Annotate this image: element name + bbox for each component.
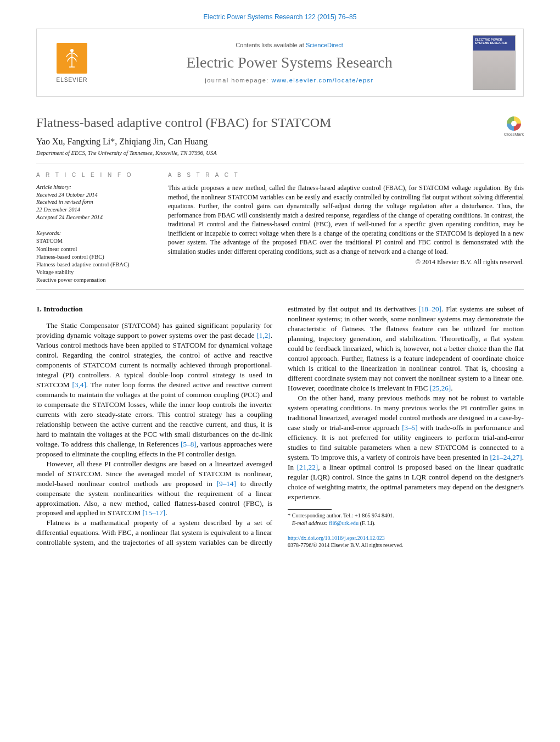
divider <box>36 289 524 290</box>
citation-link[interactable]: [18–20] <box>418 305 441 313</box>
doi-link[interactable]: http://dx.doi.org/10.1016/j.epsr.2014.12… <box>288 535 385 541</box>
elsevier-logo: ELSEVIER <box>44 35 99 90</box>
cover-title: ELECTRIC POWER SYSTEMS RESEARCH <box>473 36 515 44</box>
article-body: 1. Introduction The Static Compensator (… <box>36 304 524 549</box>
homepage-link[interactable]: www.elsevier.com/locate/epsr <box>271 77 373 83</box>
citation-link[interactable]: [1,2] <box>256 331 270 339</box>
citation-link[interactable]: [9–14] <box>217 479 236 488</box>
citation-link[interactable]: [3–5] <box>402 423 418 432</box>
abstract-text: This article proposes a new method, call… <box>168 183 524 256</box>
divider <box>36 164 524 164</box>
citation-link[interactable]: [5–8] <box>181 440 197 448</box>
journal-name: Electric Power Systems Research <box>106 54 473 71</box>
crossmark-badge[interactable]: CrossMark <box>504 116 524 137</box>
article-title: Flatness-based adaptive control (FBAC) f… <box>36 115 524 130</box>
citation-link[interactable]: [21,22] <box>297 463 318 471</box>
text-run: . <box>451 384 452 392</box>
history-revised-2: 22 December 2014 <box>36 207 80 213</box>
keyword: Voltage stability <box>36 269 74 275</box>
keyword: Nonlinear control <box>36 246 77 252</box>
doi-block: http://dx.doi.org/10.1016/j.epsr.2014.12… <box>288 534 524 549</box>
text-run: The Static Compensator (STATCOM) has gai… <box>36 321 272 339</box>
text-run: . The outer loop forms the desired activ… <box>36 381 272 448</box>
text-run: , a linear optimal control is proposed b… <box>288 463 524 501</box>
footnote-rule <box>288 509 332 510</box>
citation-link[interactable]: [25,26] <box>430 384 451 392</box>
journal-homepage-line: journal homepage: www.elsevier.com/locat… <box>106 77 473 83</box>
history-label: Article history: <box>36 184 71 190</box>
keywords-block: Keywords: STATCOM Nonlinear control Flat… <box>36 230 153 284</box>
sciencedirect-link[interactable]: ScienceDirect <box>306 42 343 48</box>
abstract-heading: A B S T R A C T <box>168 172 524 178</box>
author-list: Yao Xu, Fangxing Li*, Zhiqiang Jin, Can … <box>36 137 524 147</box>
section-heading-introduction: 1. Introduction <box>36 304 272 314</box>
paragraph: On the other hand, many previous methods… <box>288 393 524 501</box>
crossmark-icon <box>507 116 521 131</box>
abstract-copyright: © 2014 Elsevier B.V. All rights reserved… <box>168 258 524 266</box>
homepage-prefix: journal homepage: <box>205 77 271 83</box>
email-label: E-mail address: <box>292 520 329 526</box>
footnote-text: Corresponding author. Tel.: +1 865 974 8… <box>292 512 394 518</box>
elsevier-tree-icon <box>57 43 87 74</box>
authors-before-star: Yao Xu, Fangxing Li <box>36 137 110 146</box>
footnote-marker: * <box>288 512 292 518</box>
top-citation: Electric Power Systems Research 122 (201… <box>0 0 560 29</box>
paragraph: The Static Compensator (STATCOM) has gai… <box>36 321 272 459</box>
crossmark-label: CrossMark <box>504 132 524 137</box>
keywords-label: Keywords: <box>36 230 61 236</box>
svg-point-0 <box>70 49 74 52</box>
affiliation: Department of EECS, The University of Te… <box>36 150 524 156</box>
citation-link[interactable]: [15–17] <box>142 509 165 517</box>
text-run: . <box>165 509 167 517</box>
journal-cover-thumbnail: ELECTRIC POWER SYSTEMS RESEARCH <box>473 35 516 90</box>
contents-available-line: Contents lists available at ScienceDirec… <box>106 42 473 48</box>
keyword: STATCOM <box>36 238 63 244</box>
keyword: Flatness-based control (FBC) <box>36 254 104 260</box>
issn-copyright: 0378-7796/© 2014 Elsevier B.V. All right… <box>288 542 403 548</box>
history-received: Received 24 October 2014 <box>36 192 98 198</box>
keyword: Reactive power compensation <box>36 277 106 283</box>
corresponding-footnote: * Corresponding author. Tel.: +1 865 974… <box>288 512 524 527</box>
paragraph: However, all these PI controller designs… <box>36 459 272 518</box>
email-suffix: (F. Li). <box>359 520 376 526</box>
citation-link[interactable]: [21–24,27] <box>490 453 522 461</box>
contents-prefix: Contents lists available at <box>236 42 306 48</box>
article-info-heading: A R T I C L E I N F O <box>36 172 153 178</box>
history-accepted: Accepted 24 December 2014 <box>36 214 103 220</box>
email-link[interactable]: fli6@utk.edu <box>329 520 359 526</box>
article-history: Article history: Received 24 October 201… <box>36 183 153 221</box>
elsevier-word: ELSEVIER <box>57 77 88 83</box>
keyword: Flatness-based adaptive control (FBAC) <box>36 261 129 267</box>
history-revised-1: Received in revised form <box>36 199 93 205</box>
journal-header: ELSEVIER Contents lists available at Sci… <box>36 29 524 97</box>
text-run: . Flat systems are subset of nonlinear s… <box>288 305 524 392</box>
authors-after-star: , Zhiqiang Jin, Can Huang <box>115 137 208 146</box>
citation-link[interactable]: [3,4] <box>72 381 86 389</box>
